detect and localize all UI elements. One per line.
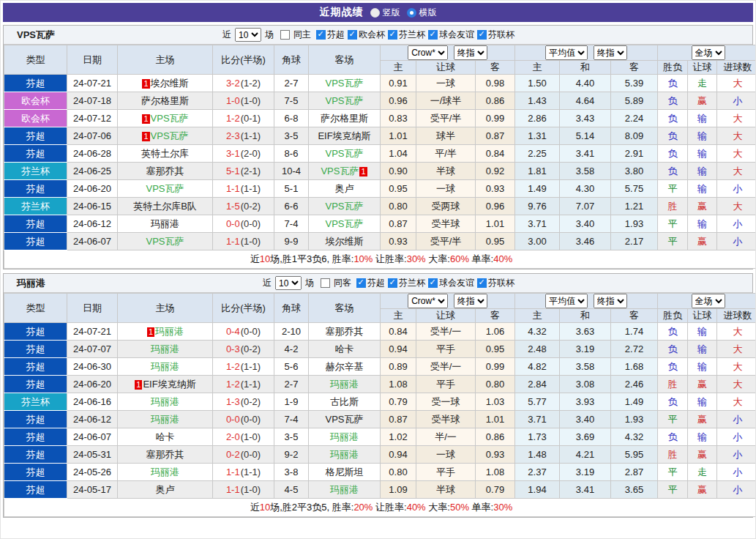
avg-away-odds: 1.68 (611, 358, 658, 376)
table-row: 芬超 24-07-07 玛丽港 0-3(0-2) 4-2 哈卡 0.94 平手 … (4, 341, 756, 358)
date-cell: 24-06-30 (67, 358, 118, 376)
checkbox-checked-icon[interactable] (348, 30, 357, 40)
avg-draw-odds: 4.21 (560, 446, 611, 464)
avg-company-select[interactable]: 平均值 (545, 45, 588, 60)
league-filter[interactable]: 球会友谊 (425, 29, 474, 41)
home-team-name: 玛丽港 (151, 218, 179, 229)
table-row: 芬兰杯 24-06-25 塞那乔其 5-1(2-1) 10-4 VPS瓦萨1 0… (4, 163, 756, 180)
away-team-name: 萨尔格里斯 (321, 113, 368, 124)
result-goals: 大 (717, 110, 756, 127)
crow-handicap-line: 半球 (416, 481, 476, 499)
crow-final-select[interactable]: 终指 (454, 294, 487, 308)
corner-cell: 2-7 (274, 376, 309, 393)
home-rank-badge: 1 (135, 380, 142, 390)
fulltime-select[interactable]: 全场 (692, 294, 725, 308)
radio-vertical-icon[interactable] (370, 8, 380, 18)
result-wdl: 胜 (658, 446, 688, 464)
avg-final-select[interactable]: 终指 (594, 45, 627, 60)
avg-draw-odds: 3.41 (560, 145, 611, 163)
crow-company-select[interactable]: Crow* (408, 294, 448, 308)
league-type-badge: 芬超 (4, 127, 67, 145)
avg-away-odds: 2.91 (611, 145, 658, 163)
same-venue-checkbox[interactable] (321, 278, 330, 288)
score-cell: 1-2(1-1) (213, 376, 274, 393)
avg-draw-odds: 3.58 (560, 163, 611, 180)
league-filter[interactable]: 芬超 (353, 277, 385, 289)
crow-final-select[interactable]: 终指 (454, 45, 487, 60)
home-team-cell: 玛丽港 (118, 215, 213, 233)
same-venue-label: 同主 (293, 29, 311, 41)
checkbox-checked-icon[interactable] (428, 278, 438, 288)
checkbox-checked-icon[interactable] (388, 278, 397, 288)
layout-radio-vertical[interactable]: 竖版 (370, 7, 400, 19)
result-handicap: 输 (688, 393, 717, 411)
fulltime-score: 1-2 (226, 361, 240, 372)
results-table: 类型 日期 主场 比分(半场) 角球 客场 Crow* 终指 平均值 终指 (4, 45, 756, 269)
result-wdl: 负 (658, 393, 688, 411)
league-filter[interactable]: 芬兰杯 (385, 277, 425, 289)
match-count-select[interactable]: 10 (275, 276, 302, 290)
halftime-score: (0-0) (241, 449, 261, 460)
home-team-cell: 玛丽港 (118, 358, 213, 376)
result-goals: 小 (717, 215, 756, 233)
avg-draw-odds: 3.40 (560, 215, 611, 233)
date-cell: 24-06-20 (67, 180, 118, 198)
league-filter[interactable]: 芬联杯 (474, 29, 514, 41)
home-team-name: 奥卢 (156, 484, 175, 495)
league-filter[interactable]: 球会友谊 (425, 277, 474, 289)
result-wdl: 胜 (658, 198, 688, 215)
corner-cell: 3-5 (274, 127, 309, 145)
avg-home-odds: 4.82 (515, 358, 560, 376)
crow-away-odds: 0.79 (476, 481, 515, 499)
league-filter[interactable]: 欧会杯 (345, 29, 385, 41)
halftime-score: (1-1) (241, 466, 261, 477)
checkbox-checked-icon[interactable] (477, 30, 487, 40)
league-type-badge: 芬兰杯 (4, 393, 67, 411)
league-filter[interactable]: 芬超 (313, 29, 345, 41)
results-table: 类型 日期 主场 比分(半场) 角球 客场 Crow* 终指 平均值 终指 (4, 293, 756, 517)
league-filter[interactable]: 芬兰杯 (385, 29, 425, 41)
score-cell: 1-3(0-2) (213, 393, 274, 411)
crow-away-odds: 0.99 (476, 358, 515, 376)
checkbox-checked-icon[interactable] (477, 278, 487, 288)
header-group-row: 类型 日期 主场 比分(半场) 角球 客场 Crow* 终指 平均值 终指 (4, 294, 756, 309)
match-count-select[interactable]: 10 (235, 28, 261, 42)
col-crow-away: 客 (476, 309, 515, 323)
score-cell: 2-3(1-1) (213, 127, 274, 145)
avg-home-odds: 9.76 (515, 198, 560, 215)
league-type-badge: 芬超 (4, 464, 67, 481)
checkbox-checked-icon[interactable] (428, 30, 438, 40)
fulltime-select[interactable]: 全场 (692, 45, 725, 60)
league-type-badge: 芬超 (4, 233, 67, 250)
away-rank-badge-after: 1 (359, 167, 367, 176)
league-type-badge: 芬超 (4, 481, 67, 499)
checkbox-checked-icon[interactable] (316, 30, 326, 40)
avg-company-select[interactable]: 平均值 (545, 294, 588, 308)
avg-select-group: 平均值 终指 (515, 45, 658, 61)
away-team-cell: EIF埃克纳斯 (309, 127, 381, 145)
checkbox-checked-icon[interactable] (388, 30, 397, 40)
avg-home-odds: 2.86 (515, 110, 560, 127)
league-type-badge: 芬超 (4, 145, 67, 163)
halftime-score: (1-1) (241, 361, 261, 372)
layout-radio-horizontal[interactable]: 横版 (407, 7, 437, 19)
home-team-name: 塞那乔其 (146, 449, 184, 460)
league-type-badge: 芬超 (4, 446, 67, 464)
league-filter-group: 芬超芬兰杯球会友谊芬联杯 (353, 277, 514, 290)
same-venue-checkbox[interactable] (280, 30, 290, 40)
col-avg-home: 主 (515, 309, 560, 323)
halftime-score: (0-0) (241, 218, 261, 229)
result-wdl: 平 (658, 180, 688, 198)
date-cell: 24-07-06 (67, 127, 118, 145)
away-team-cell: 古比斯 (309, 393, 381, 411)
radio-horizontal-icon[interactable] (407, 8, 416, 18)
score-cell: 3-1(2-0) (213, 145, 274, 163)
checkbox-checked-icon[interactable] (356, 278, 366, 288)
result-wdl: 负 (658, 92, 688, 110)
away-team-name: 哈卡 (335, 343, 354, 354)
avg-final-select[interactable]: 终指 (594, 294, 627, 308)
results-body: 芬超 24-07-21 1埃尔维斯 3-2(1-2) 2-7 VPS瓦萨 0.9… (4, 75, 756, 250)
crow-company-select[interactable]: Crow* (408, 45, 448, 60)
away-team-cell: 玛丽港 (309, 376, 381, 393)
league-filter[interactable]: 芬联杯 (474, 277, 514, 289)
